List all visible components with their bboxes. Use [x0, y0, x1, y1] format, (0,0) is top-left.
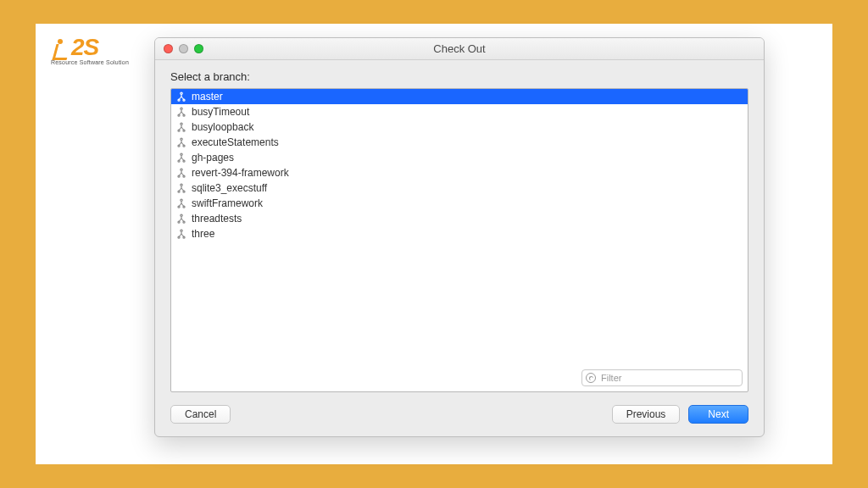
- window-controls: [164, 44, 203, 53]
- svg-point-24: [181, 214, 182, 216]
- filter-input[interactable]: [581, 369, 743, 386]
- button-row: Cancel Previous Next: [155, 392, 764, 436]
- branch-label: threadtests: [192, 213, 242, 225]
- minimize-icon: [179, 44, 188, 53]
- branch-label: master: [192, 91, 223, 103]
- filter-field-wrap: [581, 369, 743, 386]
- svg-point-6: [181, 123, 182, 125]
- svg-point-9: [181, 138, 182, 140]
- branch-icon: [176, 183, 186, 193]
- svg-point-25: [178, 221, 180, 223]
- branch-row[interactable]: gh-pages: [171, 150, 748, 165]
- filter-icon: [586, 373, 596, 383]
- svg-point-11: [183, 145, 185, 147]
- branch-label: swiftFramework: [192, 197, 263, 209]
- branch-row[interactable]: swiftFramework: [171, 196, 748, 211]
- previous-button[interactable]: Previous: [612, 405, 681, 424]
- page-canvas: 2S Resource Software Solution Check Out …: [36, 24, 832, 464]
- next-button[interactable]: Next: [688, 405, 748, 424]
- close-icon[interactable]: [164, 44, 173, 53]
- branch-icon: [176, 229, 186, 239]
- svg-point-13: [178, 160, 180, 162]
- svg-point-2: [183, 99, 185, 101]
- svg-point-28: [178, 236, 180, 238]
- r2s-logo: 2S Resource Software Solution: [51, 34, 153, 65]
- svg-point-21: [181, 199, 182, 201]
- branch-icon: [176, 214, 186, 224]
- cancel-button[interactable]: Cancel: [170, 405, 231, 424]
- branch-listbox[interactable]: masterbusyTimeoutbusyloopbackexecuteStat…: [170, 88, 748, 392]
- branch-label: revert-394-framework: [192, 167, 289, 179]
- outer-frame: 2S Resource Software Solution Check Out …: [0, 0, 868, 488]
- prompt-label: Select a branch:: [170, 70, 748, 83]
- svg-point-14: [183, 160, 185, 162]
- branch-label: busyloopback: [192, 121, 253, 133]
- branch-row[interactable]: executeStatements: [171, 135, 748, 150]
- svg-point-15: [181, 169, 182, 170]
- svg-point-10: [178, 145, 180, 147]
- svg-point-29: [183, 236, 185, 238]
- branch-label: busyTimeout: [192, 106, 249, 118]
- svg-point-18: [181, 184, 182, 186]
- svg-point-7: [178, 130, 180, 131]
- svg-point-23: [183, 206, 185, 208]
- branch-icon: [176, 152, 186, 163]
- svg-point-3: [181, 108, 182, 109]
- svg-point-8: [183, 130, 185, 131]
- svg-point-12: [181, 153, 182, 155]
- branch-row[interactable]: three: [171, 226, 748, 241]
- svg-point-5: [183, 114, 185, 116]
- branch-label: three: [192, 228, 214, 240]
- logo-mark: 2S: [51, 34, 153, 61]
- branch-icon: [176, 198, 186, 208]
- branch-row[interactable]: sqlite3_execstuff: [171, 180, 748, 196]
- branch-row[interactable]: revert-394-framework: [171, 165, 748, 180]
- svg-point-27: [181, 230, 182, 231]
- window-title: Check Out: [155, 42, 764, 55]
- branch-icon: [176, 137, 186, 147]
- svg-point-17: [183, 175, 185, 177]
- branch-row[interactable]: threadtests: [171, 211, 748, 226]
- branch-icon: [176, 107, 186, 117]
- checkout-dialog: Check Out Select a branch: masterbusyTim…: [154, 37, 765, 437]
- branch-icon: [176, 168, 186, 178]
- svg-point-20: [183, 191, 185, 192]
- dialog-content: Select a branch: masterbusyTimeoutbusylo…: [155, 60, 764, 392]
- titlebar: Check Out: [155, 38, 764, 60]
- svg-point-16: [178, 175, 180, 177]
- svg-point-1: [178, 99, 180, 101]
- svg-point-19: [178, 191, 180, 192]
- svg-point-22: [178, 206, 180, 208]
- branch-row[interactable]: busyloopback: [171, 119, 748, 135]
- branch-label: gh-pages: [192, 152, 234, 164]
- branch-row[interactable]: busyTimeout: [171, 104, 748, 119]
- svg-point-0: [181, 92, 182, 94]
- zoom-icon[interactable]: [194, 44, 203, 53]
- svg-point-26: [183, 221, 185, 223]
- logo-text: 2S: [71, 34, 98, 60]
- branch-row[interactable]: master: [171, 89, 748, 104]
- branch-label: sqlite3_execstuff: [192, 182, 267, 194]
- branch-icon: [176, 122, 186, 132]
- svg-point-4: [178, 114, 180, 116]
- branch-icon: [176, 92, 186, 102]
- logo-figure-icon: [51, 37, 71, 61]
- branch-label: executeStatements: [192, 136, 279, 148]
